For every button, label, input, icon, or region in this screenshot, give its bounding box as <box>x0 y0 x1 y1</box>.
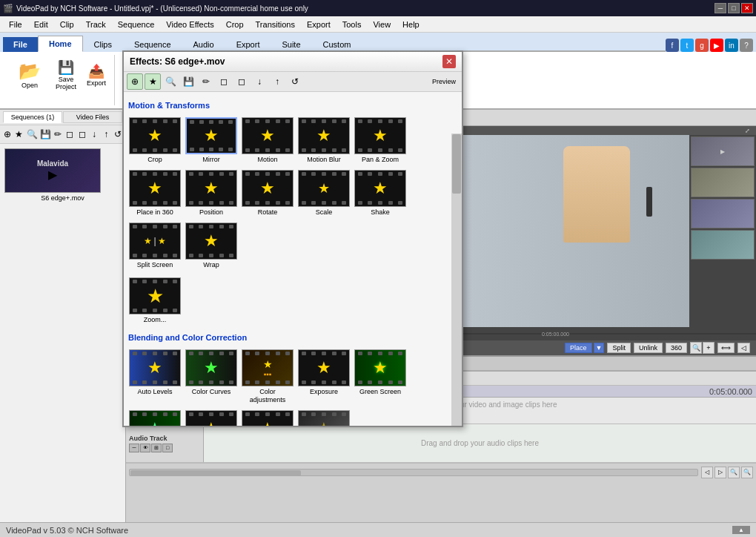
menu-audio-effects[interactable]: Crop <box>220 19 250 30</box>
sequences-tab[interactable]: Sequences (1) <box>3 111 62 123</box>
menu-view[interactable]: View <box>367 19 397 30</box>
add-media-tool-btn[interactable]: ⊕ <box>1 126 13 142</box>
youtube-icon[interactable]: ▶ <box>710 39 723 52</box>
effect-pan-zoom[interactable]: ★ Pan & Zoom <box>354 116 407 165</box>
audio-track-group[interactable]: ⊞ <box>151 444 162 452</box>
minimize-button[interactable]: ─ <box>714 3 726 13</box>
place-dropdown-button[interactable]: ▼ <box>594 343 605 353</box>
timeline-scrollbar[interactable] <box>129 469 698 476</box>
menu-sequence[interactable]: Sequence <box>112 19 161 30</box>
facebook-icon[interactable]: f <box>666 39 679 52</box>
audio-track-minus[interactable]: ─ <box>129 444 139 452</box>
effect-color-adj[interactable]: ★ ▪▪▪ Color adjustments <box>241 348 294 406</box>
effect-shake[interactable]: ★ Shake <box>354 168 407 218</box>
menu-tools[interactable]: Tools <box>336 19 368 30</box>
effect-place-360[interactable]: ★ Place in 360 <box>128 168 182 218</box>
effects-down-btn[interactable]: ↓ <box>251 73 268 90</box>
effect-scale[interactable]: ★ Scale <box>297 168 351 218</box>
tl-zoom-search[interactable]: 🔍 <box>728 467 740 478</box>
effect-exposure[interactable]: ★ Exposure <box>297 348 351 406</box>
effect-mirror[interactable]: ★ Mirror <box>185 116 238 165</box>
effects-filter-btn[interactable]: 🔍 <box>162 73 179 90</box>
open-button[interactable]: 📂 Open <box>10 56 49 95</box>
audio-track-eye[interactable]: 👁 <box>140 444 150 452</box>
effect-temperature[interactable]: ★ Temperature <box>241 409 294 426</box>
split-button[interactable]: Split <box>607 343 631 353</box>
box2-tool-btn[interactable]: ◻ <box>76 126 87 142</box>
save-tool-btn[interactable]: 💾 <box>39 126 52 142</box>
menu-edit[interactable]: Edit <box>28 19 54 30</box>
audio-track-content[interactable]: Drag and drop your audio clips here <box>204 424 756 462</box>
tab-suite[interactable]: Suite <box>271 36 311 52</box>
effect-saturation[interactable]: ★ Saturation <box>185 409 238 426</box>
tl-zoom-fit[interactable]: 🔍 <box>741 467 753 478</box>
effects-box2-btn[interactable]: ◻ <box>233 73 250 90</box>
audio-track-box[interactable]: □ <box>162 444 173 452</box>
effects-close-button[interactable]: ✕ <box>442 55 456 68</box>
preview-expand-icon[interactable]: ⤢ <box>745 128 750 134</box>
tl-scroll-right[interactable]: ▷ <box>714 467 726 478</box>
effects-box1-btn[interactable]: ◻ <box>216 73 232 90</box>
effects-scroll-thumb[interactable] <box>452 134 461 194</box>
effect-motion[interactable]: ★ Motion <box>241 116 294 165</box>
effects-edit-btn[interactable]: ✏ <box>198 73 214 90</box>
place-button-group[interactable]: Place ▼ <box>565 343 604 353</box>
preview-btn[interactable]: Preview <box>429 73 459 90</box>
fit-button[interactable]: ⟺ <box>717 343 735 353</box>
effects-save-btn[interactable]: 💾 <box>180 73 196 90</box>
effect-green-screen[interactable]: ★ Green Screen <box>354 348 407 406</box>
effect-motion-blur[interactable]: ★ Motion Blur <box>297 116 351 165</box>
star-tool-btn[interactable]: ★ <box>13 126 24 142</box>
menu-video-effects[interactable]: Video Effects <box>160 19 219 30</box>
tab-sequence[interactable]: Sequence <box>123 36 182 52</box>
help-icon[interactable]: ? <box>740 39 753 52</box>
place-button[interactable]: Place <box>565 343 592 353</box>
effect-split-screen[interactable]: ★|★ Split Screen <box>128 221 182 271</box>
tab-clips[interactable]: Clips <box>83 36 123 52</box>
menu-help[interactable]: Help <box>397 19 425 30</box>
360-button[interactable]: 360 <box>666 343 687 353</box>
save-project-button[interactable]: 💾 Save Project <box>50 56 82 95</box>
zoom-in-button[interactable]: + <box>703 342 714 354</box>
video-files-tab[interactable]: Video Files <box>63 111 122 123</box>
linkedin-icon[interactable]: in <box>725 39 738 52</box>
export-button[interactable]: 📤 Export <box>83 56 110 95</box>
tab-file[interactable]: File <box>3 37 38 52</box>
effects-star-btn[interactable]: ★ <box>145 73 161 90</box>
tab-audio[interactable]: Audio <box>182 36 225 52</box>
effect-wrap[interactable]: ★ Wrap <box>185 221 238 271</box>
effect-color-curves[interactable]: ★ Color Curves <box>185 348 238 406</box>
twitter-icon[interactable]: t <box>680 39 694 52</box>
timeline-scroll-thumb[interactable] <box>130 470 301 476</box>
status-expand-btn[interactable]: ▲ <box>732 526 750 534</box>
close-button[interactable]: ✕ <box>741 3 753 13</box>
effects-scrollbar[interactable] <box>451 134 462 426</box>
tab-export[interactable]: Export <box>225 36 271 52</box>
search-tool-btn[interactable]: 🔍 <box>26 126 39 142</box>
unlink-button[interactable]: Unlink <box>634 343 663 353</box>
effects-up-btn[interactable]: ↑ <box>269 73 285 90</box>
maximize-button[interactable]: □ <box>728 3 740 13</box>
menu-transitions[interactable]: Transitions <box>250 19 301 30</box>
effects-add-btn[interactable]: ⊕ <box>127 73 143 90</box>
effect-rotate[interactable]: ★ Rotate <box>241 168 294 218</box>
box1-tool-btn[interactable]: ◻ <box>64 126 76 142</box>
menu-clip[interactable]: Clip <box>54 19 80 30</box>
menu-track[interactable]: Track <box>80 19 112 30</box>
effect-zoom[interactable]: ★ Zoom... <box>128 276 182 326</box>
title-bar-controls[interactable]: ─ □ ✕ <box>714 3 753 13</box>
tl-scroll-left[interactable]: ◁ <box>701 467 713 478</box>
google-icon[interactable]: g <box>695 39 709 52</box>
effect-auto-levels[interactable]: ★ Auto Levels <box>128 348 182 406</box>
tab-custom[interactable]: Custom <box>312 36 362 52</box>
prev-frame-button[interactable]: ◁ <box>737 343 750 353</box>
edit-tool-btn[interactable]: ✏ <box>53 126 64 142</box>
effect-position[interactable]: ★ Position <box>185 168 238 218</box>
up-tool-btn[interactable]: ↑ <box>101 126 112 142</box>
effect-crop[interactable]: ★ Crop <box>128 116 182 165</box>
menu-export[interactable]: Export <box>301 19 336 30</box>
down-tool-btn[interactable]: ↓ <box>88 126 99 142</box>
video-file-item[interactable]: Malavida ▶ S6 edge+.mov <box>0 144 125 206</box>
effect-hue[interactable]: ★ Hue <box>128 409 182 426</box>
menu-file[interactable]: File <box>3 19 28 30</box>
